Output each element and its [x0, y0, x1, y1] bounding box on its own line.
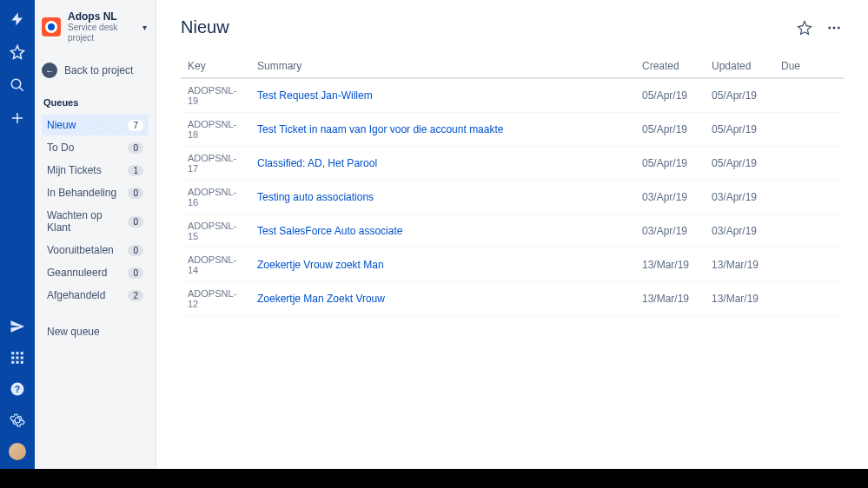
- issue-due: [774, 248, 844, 282]
- issue-summary-link[interactable]: Test Ticket in naam van Igor voor die ac…: [257, 123, 503, 135]
- issue-created: 03/Apr/19: [635, 214, 705, 248]
- queues-section-title: Queues: [42, 97, 149, 108]
- table-row: ADOPSNL-19Test Request Jan-Willem05/Apr/…: [181, 78, 844, 113]
- svg-rect-5: [11, 357, 14, 359]
- issue-updated: 03/Apr/19: [705, 214, 774, 248]
- project-logo-icon: [42, 17, 61, 36]
- issues-table: Key Summary Created Updated Due ADOPSNL-…: [181, 55, 844, 316]
- issue-summary-link[interactable]: Classified: AD, Het Parool: [257, 157, 377, 169]
- star-outline-icon[interactable]: [795, 18, 814, 37]
- svg-point-14: [833, 26, 836, 29]
- help-icon[interactable]: ?: [9, 380, 26, 398]
- queue-item-count: 0: [128, 188, 143, 199]
- send-icon[interactable]: [9, 318, 26, 335]
- issue-due: [774, 282, 844, 316]
- issue-key: ADOPSNL-19: [181, 78, 250, 113]
- queue-item-label: To Do: [47, 142, 74, 154]
- queue-item-count: 1: [128, 165, 143, 176]
- queue-item-label: Geannuleerd: [47, 267, 107, 279]
- svg-point-0: [11, 79, 21, 89]
- search-icon[interactable]: [9, 76, 26, 94]
- svg-rect-9: [17, 361, 19, 364]
- global-nav-rail: ?: [0, 0, 35, 469]
- back-arrow-icon: ←: [42, 63, 57, 78]
- more-icon[interactable]: [825, 18, 844, 37]
- project-switcher[interactable]: Adops NL Service desk project ▾: [42, 10, 149, 43]
- queue-item[interactable]: Mijn Tickets1: [42, 160, 149, 181]
- queue-item[interactable]: Vooruitbetalen0: [42, 240, 149, 260]
- table-row: ADOPSNL-12Zoekertje Man Zoekt Vrouw13/Ma…: [181, 282, 844, 316]
- issue-key: ADOPSNL-15: [181, 214, 250, 248]
- issue-due: [774, 147, 844, 181]
- queue-item-count: 7: [128, 120, 143, 131]
- issue-due: [774, 78, 844, 113]
- grid-icon[interactable]: [9, 349, 26, 366]
- issue-summary-cell: Zoekertje Vrouw zoekt Man: [250, 248, 635, 282]
- issue-created: 03/Apr/19: [635, 181, 705, 214]
- bottom-black-bar: [0, 469, 868, 488]
- table-row: ADOPSNL-14Zoekertje Vrouw zoekt Man13/Ma…: [181, 248, 844, 282]
- col-header-updated[interactable]: Updated: [705, 55, 774, 78]
- queue-item-label: Mijn Tickets: [47, 164, 102, 176]
- issue-key: ADOPSNL-12: [181, 282, 250, 316]
- svg-line-1: [19, 87, 23, 91]
- project-name: Adops NL: [68, 10, 136, 23]
- issue-summary-cell: Test Ticket in naam van Igor voor die ac…: [250, 113, 635, 147]
- col-header-created[interactable]: Created: [635, 55, 705, 78]
- queue-item[interactable]: Geannuleerd0: [42, 262, 149, 283]
- svg-rect-2: [11, 352, 14, 354]
- issue-summary-link[interactable]: Test SalesForce Auto associate: [257, 225, 402, 237]
- back-to-project-link[interactable]: ← Back to project: [42, 59, 149, 82]
- issue-updated: 05/Apr/19: [705, 147, 774, 181]
- queue-item-count: 0: [128, 142, 143, 154]
- table-row: ADOPSNL-16Testing auto associations03/Ap…: [181, 181, 844, 214]
- queue-item-label: In Behandeling: [47, 187, 116, 199]
- new-queue-button[interactable]: New queue: [42, 321, 149, 342]
- main-content: Nieuw Key Summary Created Updated Due: [156, 0, 868, 469]
- issue-updated: 13/Mar/19: [705, 282, 774, 316]
- issue-summary-cell: Zoekertje Man Zoekt Vrouw: [250, 282, 635, 316]
- col-header-summary[interactable]: Summary: [250, 55, 635, 78]
- table-row: ADOPSNL-17Classified: AD, Het Parool05/A…: [181, 147, 844, 181]
- issue-updated: 05/Apr/19: [705, 113, 774, 147]
- chevron-down-icon: ▾: [142, 23, 147, 32]
- sidebar: Adops NL Service desk project ▾ ← Back t…: [35, 0, 156, 469]
- avatar[interactable]: [9, 443, 26, 460]
- back-label: Back to project: [64, 64, 133, 76]
- queue-item-count: 0: [128, 267, 143, 279]
- issue-created: 13/Mar/19: [635, 282, 705, 316]
- plus-icon[interactable]: [9, 109, 26, 127]
- issue-summary-link[interactable]: Zoekertje Vrouw zoekt Man: [257, 259, 384, 271]
- queue-item[interactable]: Nieuw7: [42, 115, 149, 135]
- project-type: Service desk project: [68, 23, 136, 43]
- queue-item[interactable]: To Do0: [42, 137, 149, 158]
- lightning-icon[interactable]: [9, 10, 26, 28]
- issue-created: 05/Apr/19: [635, 113, 705, 147]
- svg-rect-8: [11, 361, 14, 364]
- star-icon[interactable]: [9, 43, 26, 61]
- queue-item-label: Vooruitbetalen: [47, 244, 114, 256]
- table-row: ADOPSNL-15Test SalesForce Auto associate…: [181, 214, 844, 248]
- queue-item-count: 2: [128, 290, 143, 301]
- col-header-key[interactable]: Key: [181, 55, 250, 78]
- issue-summary-link[interactable]: Testing auto associations: [257, 191, 374, 203]
- issue-summary-link[interactable]: Test Request Jan-Willem: [257, 89, 373, 102]
- queue-item-label: Nieuw: [47, 119, 76, 131]
- issue-key: ADOPSNL-17: [181, 147, 250, 181]
- issue-summary-cell: Testing auto associations: [250, 181, 635, 214]
- svg-point-13: [828, 26, 831, 29]
- col-header-due[interactable]: Due: [774, 55, 844, 78]
- issue-key: ADOPSNL-16: [181, 181, 250, 214]
- svg-point-15: [838, 26, 840, 29]
- svg-text:?: ?: [15, 384, 20, 394]
- queue-item-count: 0: [128, 216, 143, 228]
- issue-summary-cell: Test SalesForce Auto associate: [250, 214, 635, 248]
- issue-key: ADOPSNL-14: [181, 248, 250, 282]
- queue-item[interactable]: Wachten op Klant0: [42, 205, 149, 238]
- queue-item[interactable]: Afgehandeld2: [42, 285, 149, 306]
- issue-summary-cell: Test Request Jan-Willem: [250, 78, 635, 113]
- gear-icon[interactable]: [9, 412, 26, 429]
- queue-item[interactable]: In Behandeling0: [42, 182, 149, 203]
- issue-summary-link[interactable]: Zoekertje Man Zoekt Vrouw: [257, 293, 385, 305]
- queue-item-label: Wachten op Klant: [47, 209, 128, 234]
